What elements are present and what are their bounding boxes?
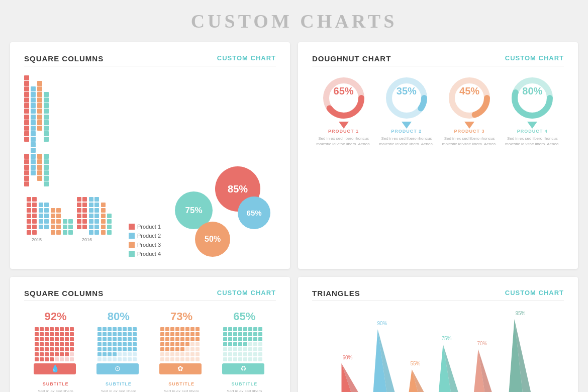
- doughnut-container-3: 45%: [447, 75, 492, 126]
- svg-rect-267: [238, 327, 242, 331]
- svg-rect-291: [238, 342, 242, 346]
- svg-rect-111: [60, 337, 64, 341]
- svg-rect-126: [55, 347, 59, 351]
- doughnut-label-1: 65%: [321, 85, 366, 97]
- svg-rect-245: [195, 347, 200, 351]
- sq2-desc-1: Sed in ex sed libero rhoncus molestie id…: [31, 388, 81, 392]
- svg-rect-125: [50, 347, 54, 351]
- svg-rect-149: [103, 327, 107, 331]
- svg-rect-161: [123, 332, 127, 336]
- svg-rect-127: [60, 347, 64, 351]
- svg-rect-206: [160, 327, 164, 331]
- svg-rect-24: [51, 208, 55, 213]
- svg-rect-194: [128, 352, 132, 356]
- svg-rect-36: [63, 225, 67, 229]
- svg-rect-219: [185, 332, 189, 336]
- svg-rect-167: [113, 337, 117, 341]
- card-header-4: TRIANGLES CUSTOM CHART: [312, 289, 564, 298]
- legend-label-p3: Product 3: [137, 242, 161, 248]
- svg-rect-42: [77, 203, 81, 207]
- svg-rect-214: [160, 332, 164, 336]
- svg-rect-172: [97, 342, 102, 346]
- svg-rect-272: [223, 332, 227, 336]
- svg-rect-35: [68, 219, 73, 224]
- svg-rect-105: [70, 332, 74, 336]
- doughnut-container-4: 80%: [510, 75, 555, 126]
- svg-rect-159: [113, 332, 117, 336]
- svg-rect-192: [118, 352, 122, 356]
- divider-1: [24, 66, 276, 66]
- svg-rect-110: [55, 337, 59, 341]
- svg-rect-41: [82, 197, 87, 202]
- svg-rect-242: [180, 347, 184, 351]
- svg-rect-283: [238, 337, 242, 341]
- svg-rect-67: [101, 208, 106, 213]
- svg-rect-297: [228, 347, 232, 351]
- sq2-desc-2: Sed in ex sed libero rhoncus molestie id…: [93, 388, 144, 392]
- svg-rect-75: [107, 230, 112, 235]
- svg-rect-158: [108, 332, 112, 336]
- svg-rect-171: [133, 337, 137, 341]
- svg-rect-295: [258, 342, 262, 346]
- svg-rect-55: [94, 203, 99, 207]
- svg-rect-175: [113, 342, 117, 346]
- svg-rect-32: [51, 230, 55, 235]
- svg-rect-134: [55, 352, 59, 356]
- svg-rect-103: [60, 332, 64, 336]
- card-badge-3: CUSTOM CHART: [217, 289, 276, 297]
- svg-rect-201: [123, 357, 127, 361]
- svg-rect-29: [56, 219, 61, 224]
- card-header-3: SQUARE COLUMNS CUSTOM CHART: [24, 289, 276, 298]
- svg-rect-118: [55, 342, 59, 346]
- svg-rect-122: [35, 347, 39, 351]
- svg-rect-224: [170, 337, 174, 341]
- svg-rect-184: [118, 347, 122, 351]
- svg-rect-239: [165, 347, 169, 351]
- svg-text:♻: ♻: [240, 364, 247, 372]
- svg-rect-286: [253, 337, 257, 341]
- svg-rect-20: [39, 219, 43, 224]
- card-doughnut: DOUGHNUT CHART CUSTOM CHART 65% PRODUCT …: [298, 42, 578, 269]
- svg-rect-236: [190, 342, 194, 346]
- sq2-desc-4: Sed in ex sed libero rhoncus molestie id…: [219, 388, 269, 392]
- svg-rect-52: [89, 197, 93, 202]
- svg-rect-284: [243, 337, 247, 341]
- card-badge-4: CUSTOM CHART: [505, 289, 564, 297]
- svg-rect-213: [195, 327, 200, 331]
- svg-rect-215: [165, 332, 169, 336]
- svg-rect-256: [170, 357, 174, 361]
- svg-rect-102: [55, 332, 59, 336]
- svg-rect-285: [248, 337, 252, 341]
- svg-rect-302: [253, 347, 257, 351]
- svg-text:2015: 2015: [32, 237, 42, 242]
- svg-rect-93: [50, 327, 54, 331]
- svg-rect-249: [175, 352, 179, 356]
- svg-rect-228: [190, 337, 194, 341]
- svg-rect-182: [108, 347, 112, 351]
- card-header-1: SQUARE COLUMNS CUSTOM CHART: [24, 54, 276, 63]
- svg-rect-165: [103, 337, 107, 341]
- svg-rect-275: [238, 332, 242, 336]
- doughnut-svg-3: [447, 75, 492, 121]
- svg-rect-226: [180, 337, 184, 341]
- svg-rect-16: [39, 208, 43, 213]
- svg-rect-54: [89, 203, 93, 207]
- svg-rect-190: [108, 352, 112, 356]
- doughnut-pointer-3: [464, 122, 474, 129]
- svg-rect-62: [89, 225, 93, 229]
- svg-rect-115: [40, 342, 44, 346]
- svg-rect-119: [60, 342, 64, 346]
- doughnut-desc-1: Sed in ex sed libero rhoncus molestie id…: [316, 136, 371, 147]
- card-badge-1: CUSTOM CHART: [217, 54, 276, 62]
- sq-col-2015-p4: [44, 92, 49, 114]
- svg-rect-4: [27, 208, 31, 213]
- svg-rect-258: [180, 357, 184, 361]
- chart-grid: SQUARE COLUMNS CUSTOM CHART: [10, 42, 578, 392]
- doughnut-container-2: 35%: [384, 75, 429, 126]
- svg-rect-49: [82, 219, 87, 224]
- svg-rect-99: [40, 332, 44, 336]
- svg-rect-181: [103, 347, 107, 351]
- svg-rect-307: [238, 352, 242, 356]
- legend-item-p1: Product 1: [129, 224, 161, 230]
- svg-rect-132: [45, 352, 49, 356]
